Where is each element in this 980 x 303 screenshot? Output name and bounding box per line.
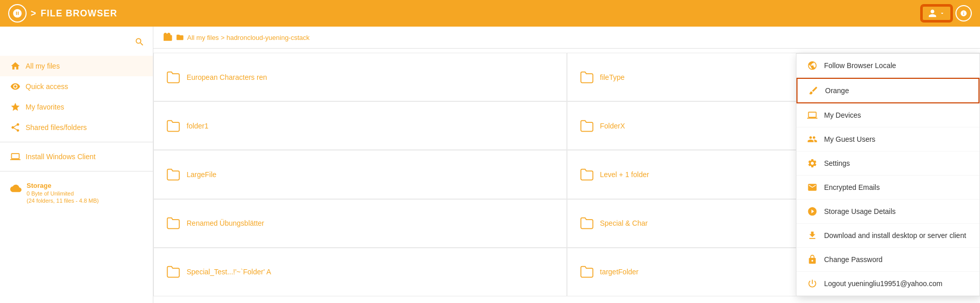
- file-item-folder1[interactable]: folder1: [153, 101, 567, 150]
- file-item-special-test[interactable]: Special_Test...!'~`Folder' A: [153, 248, 567, 296]
- main-layout: All my files Quick access My favorites S…: [0, 27, 980, 303]
- file-item-renamed[interactable]: Renamed Übungsblätter: [153, 199, 567, 248]
- dropdown-label: Storage Usage Details: [824, 207, 896, 215]
- dropdown-item-logout[interactable]: Logout yueningliu19951@yahoo.com: [796, 272, 979, 296]
- file-name: European Characters ren: [187, 73, 267, 81]
- dropdown-item-storage-usage[interactable]: Storage Usage Details: [796, 200, 979, 224]
- file-name: Special_Test...!'~`Folder' A: [187, 268, 271, 276]
- sidebar-divider: [0, 142, 153, 142]
- folder-icon: [580, 216, 594, 230]
- sidebar-item-my-favorites[interactable]: My favorites: [0, 97, 153, 117]
- header: > FILE BROWSER: [0, 0, 980, 27]
- sidebar-label-quick-access: Quick access: [26, 82, 68, 91]
- dropdown-label: Follow Browser Locale: [824, 61, 896, 70]
- breadcrumb-folder-icon: [176, 33, 184, 41]
- email-icon: [807, 182, 818, 193]
- sidebar: All my files Quick access My favorites S…: [0, 27, 153, 303]
- gear-icon: [807, 158, 818, 169]
- folder-icon: [166, 167, 180, 182]
- monitor-icon: [807, 110, 818, 121]
- folder-icon: [166, 265, 180, 279]
- dropdown-item-change-password[interactable]: Change Password: [796, 248, 979, 272]
- file-name: Level + 1 folder: [600, 170, 649, 179]
- search-icon[interactable]: [134, 37, 145, 50]
- folder-icon: [580, 119, 594, 133]
- sidebar-label-my-favorites: My favorites: [26, 103, 64, 111]
- user-menu-button[interactable]: [922, 6, 951, 21]
- storage-line1: 0 Byte of Unlimited: [27, 190, 99, 197]
- file-name: LargeFile: [187, 170, 216, 179]
- dropdown-label: Logout yueningliu19951@yahoo.com: [824, 279, 942, 288]
- download-icon: [807, 230, 818, 241]
- dropdown-item-settings[interactable]: Settings: [796, 152, 979, 176]
- dropdown-item-download-install[interactable]: Download and install desktop or server c…: [796, 224, 979, 248]
- globe-icon: [807, 60, 818, 71]
- user-dropdown-menu: Follow Browser Locale Orange My Devices …: [796, 53, 980, 296]
- storage-section: Storage 0 Byte of Unlimited (24 folders,…: [0, 176, 153, 210]
- folder-icon: [166, 119, 180, 133]
- breadcrumb: All my files > hadroncloud-yuening-cstac…: [153, 27, 980, 49]
- sidebar-divider-2: [0, 171, 153, 171]
- search-area: [0, 35, 153, 56]
- folder-icon: [166, 70, 180, 84]
- content-area: All my files > hadroncloud-yuening-cstac…: [153, 27, 980, 303]
- storage-line2: (24 folders, 11 files - 4.8 MB): [27, 198, 99, 204]
- dropdown-item-my-devices[interactable]: My Devices: [796, 103, 979, 127]
- dropdown-item-guest-users[interactable]: My Guest Users: [796, 127, 979, 152]
- file-name: targetFolder: [600, 268, 639, 276]
- header-arrow: >: [31, 8, 37, 19]
- logo-icon: [8, 4, 27, 23]
- info-button[interactable]: [955, 5, 972, 21]
- storage-usage-icon: [807, 206, 818, 217]
- users-icon: [807, 134, 818, 145]
- breadcrumb-icon: [164, 33, 173, 42]
- sidebar-item-quick-access[interactable]: Quick access: [0, 76, 153, 97]
- dropdown-item-follow-browser-locale[interactable]: Follow Browser Locale: [796, 54, 979, 78]
- dropdown-label: Orange: [825, 86, 849, 95]
- dropdown-label: Change Password: [824, 255, 882, 264]
- dropdown-label: My Guest Users: [824, 135, 875, 143]
- sidebar-label-all-my-files: All my files: [26, 62, 60, 70]
- sidebar-item-shared[interactable]: Shared files/folders: [0, 117, 153, 138]
- folder-icon: [580, 70, 594, 84]
- dropdown-label: My Devices: [824, 111, 861, 119]
- folder-icon: [580, 265, 594, 279]
- storage-icon: [10, 183, 21, 197]
- storage-label: Storage: [27, 182, 99, 189]
- dropdown-label: Download and install desktop or server c…: [824, 231, 966, 240]
- sidebar-item-install-windows[interactable]: Install Windows Client: [0, 146, 153, 167]
- breadcrumb-path: All my files > hadroncloud-yuening-cstac…: [187, 34, 310, 41]
- dropdown-item-encrypted-emails[interactable]: Encrypted Emails: [796, 176, 979, 200]
- dropdown-label: Encrypted Emails: [824, 183, 880, 191]
- sidebar-item-all-my-files[interactable]: All my files: [0, 56, 153, 76]
- file-name: Renamed Übungsblätter: [187, 219, 264, 227]
- file-item-european-characters[interactable]: European Characters ren: [153, 53, 567, 101]
- dropdown-label: Settings: [824, 159, 850, 167]
- header-title: FILE BROWSER: [41, 8, 118, 19]
- folder-icon: [166, 216, 180, 230]
- paint-icon: [808, 85, 819, 96]
- header-right: [922, 5, 972, 21]
- power-icon: [807, 278, 818, 289]
- sidebar-label-install-windows: Install Windows Client: [26, 153, 96, 161]
- app-logo: > FILE BROWSER: [8, 4, 118, 23]
- file-item-largefile[interactable]: LargeFile: [153, 150, 567, 199]
- folder-icon: [580, 167, 594, 182]
- file-name: FolderX: [600, 122, 625, 130]
- lock-icon: [807, 254, 818, 265]
- file-name: Special & Char: [600, 219, 648, 227]
- storage-info: Storage 0 Byte of Unlimited (24 folders,…: [27, 182, 99, 204]
- dropdown-item-orange[interactable]: Orange: [796, 78, 979, 103]
- sidebar-label-shared: Shared files/folders: [26, 123, 87, 132]
- file-name: folder1: [187, 122, 209, 130]
- file-name: fileType: [600, 73, 625, 81]
